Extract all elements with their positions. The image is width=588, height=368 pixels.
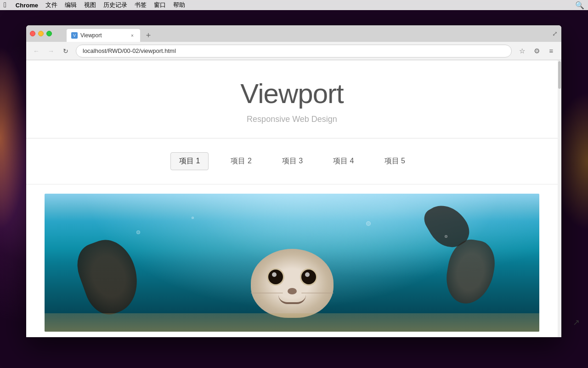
mouse-cursor: ↗	[573, 317, 580, 328]
chrome-window: V Viewport × + ⤢ ← → ↻ localhost/RWD/00-…	[26, 25, 561, 337]
forward-button[interactable]: →	[45, 45, 57, 58]
chrome-toolbar: ← → ↻ localhost/RWD/00-02/viewport.html …	[26, 42, 561, 60]
page-subtitle: Responsive Web Design	[35, 115, 548, 124]
address-text: localhost/RWD/00-02/viewport.html	[83, 47, 176, 54]
seal-eye-left	[268, 270, 283, 284]
apple-menu-icon[interactable]: 	[4, 1, 6, 9]
bubble-1	[136, 230, 140, 234]
menu-item-bookmarks[interactable]: 书签	[135, 1, 147, 9]
scrollbar-thumb[interactable]	[558, 61, 561, 89]
seal-whiskers-left	[251, 293, 283, 293]
page-image-area	[26, 194, 558, 332]
tab-title: Viewport	[80, 32, 126, 39]
forward-icon: →	[48, 47, 54, 55]
page-header: Viewport Responsive Web Design	[26, 60, 558, 138]
seal-head	[251, 249, 334, 318]
back-icon: ←	[33, 47, 40, 55]
refresh-button[interactable]: ↻	[59, 45, 72, 58]
address-bar[interactable]: localhost/RWD/00-02/viewport.html	[76, 45, 512, 58]
tab-close-button[interactable]: ×	[129, 32, 136, 39]
back-button[interactable]: ←	[30, 45, 43, 58]
menu-item-window[interactable]: 窗口	[154, 1, 166, 9]
menu-button[interactable]: ≡	[545, 45, 558, 58]
menu-item-file[interactable]: 文件	[45, 1, 57, 9]
sandy-bottom	[45, 313, 539, 332]
active-tab[interactable]: V Viewport ×	[67, 29, 140, 42]
toolbar-actions: ☆ ⚙ ≡	[515, 45, 558, 58]
bubble-3	[366, 221, 371, 226]
nav-item-2[interactable]: 项目 2	[222, 153, 260, 170]
seal-mouth	[278, 295, 306, 304]
settings-icon: ⚙	[534, 47, 540, 55]
page-title: Viewport	[35, 79, 548, 109]
refresh-icon: ↻	[63, 47, 68, 55]
underwater-image	[45, 194, 539, 332]
maximize-button[interactable]	[46, 31, 52, 36]
page-navigation: 项目 1 项目 2 项目 3 项目 4 项目 5	[26, 138, 558, 184]
fullscreen-button[interactable]: ⤢	[552, 30, 558, 37]
bubble-4	[445, 235, 447, 238]
menubar:  Chrome 文件 编辑 视图 历史记录 书签 窗口 帮助 🔍	[0, 0, 588, 10]
tab-favicon: V	[71, 32, 78, 39]
new-tab-button[interactable]: +	[142, 29, 155, 42]
bookmark-icon: ☆	[519, 47, 525, 55]
nav-item-5[interactable]: 项目 5	[376, 153, 413, 170]
window-controls	[30, 31, 52, 36]
menu-item-edit[interactable]: 编辑	[65, 1, 77, 9]
desktop-glow-left	[0, 46, 28, 230]
seal-eye-right	[301, 270, 316, 284]
seal-nose	[288, 288, 297, 294]
system-search-icon[interactable]: 🔍	[575, 1, 584, 10]
menu-item-view[interactable]: 视图	[84, 1, 96, 9]
bookmark-button[interactable]: ☆	[515, 45, 528, 58]
page-content: Viewport Responsive Web Design 项目 1 项目 2…	[26, 60, 558, 337]
close-button[interactable]	[30, 31, 35, 36]
scrollbar[interactable]	[558, 60, 561, 337]
minimize-button[interactable]	[38, 31, 44, 36]
bubble-2	[192, 217, 194, 219]
fullscreen-icon: ⤢	[552, 30, 558, 37]
nav-item-4[interactable]: 项目 4	[325, 153, 362, 170]
chrome-tabbar: V Viewport × + ⤢	[26, 25, 561, 42]
menu-item-help[interactable]: 帮助	[173, 1, 185, 9]
menu-item-history[interactable]: 历史记录	[103, 1, 127, 9]
settings-button[interactable]: ⚙	[530, 45, 543, 58]
app-name[interactable]: Chrome	[16, 2, 38, 9]
browser-content: Viewport Responsive Web Design 项目 1 项目 2…	[26, 60, 561, 337]
seal-whiskers-right	[301, 293, 334, 293]
hamburger-icon: ≡	[549, 47, 554, 55]
nav-item-3[interactable]: 项目 3	[274, 153, 311, 170]
nav-item-1[interactable]: 项目 1	[170, 152, 209, 170]
